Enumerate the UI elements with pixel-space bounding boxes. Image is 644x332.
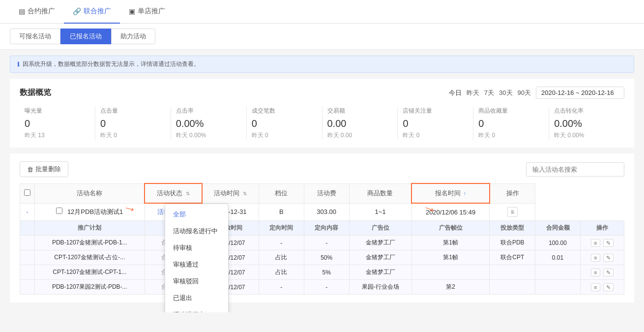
detail-icon-btn[interactable]: ≡ xyxy=(507,207,518,217)
row-checkbox[interactable] xyxy=(56,208,62,214)
activity-row: - 12月PDB活动测试1 活动进行中 2020-12-31 xyxy=(20,203,624,221)
delete-icon: 🗑 xyxy=(27,166,33,173)
dropdown-item-approved[interactable]: 审核通过 xyxy=(165,256,228,273)
date-btn-7day[interactable]: 7天 xyxy=(484,89,494,97)
tab-single[interactable]: ▣ 单店推广 xyxy=(120,0,174,24)
metric-value: 0 xyxy=(25,118,90,129)
status-dropdown: 全部 活动报名进行中 待审核 审核通过 审核驳回 已退出 活动进 xyxy=(165,204,229,312)
sub-tab-bar: 可报名活动 已报名活动 助力活动 xyxy=(0,24,644,50)
sub-row-edit-btn[interactable]: ✎ xyxy=(603,269,614,276)
sub-row: PDB-1207果园2测试-PDB-... 合约到期 2020/12/07 - xyxy=(20,280,624,295)
select-all-checkbox[interactable] xyxy=(24,189,30,196)
subtab-assist[interactable]: 助力活动 xyxy=(111,29,155,44)
tab-joint[interactable]: 🔗 联合推广 xyxy=(64,0,120,24)
metric-favorite: 商品收藏量 0 昨天 0 xyxy=(473,107,549,140)
sub-row: CPT-1207金猪测试-CPT-1... 合约到期 2020/12/07 占比 xyxy=(20,265,624,280)
metric-conversion: 点击转化率 0.00% 昨天 0.00% xyxy=(549,107,624,140)
date-range-input[interactable] xyxy=(536,87,624,99)
sub-row-detail-btn[interactable]: ≡ xyxy=(591,283,600,291)
dropdown-item-exited[interactable]: 已退出 xyxy=(165,290,228,306)
sub-row-edit-btn[interactable]: ✎ xyxy=(603,239,614,247)
sub-row: CPT-1207金猪测试-占位-... 合约到期 2020/12/07 占比 5 xyxy=(20,250,624,265)
batch-delete-button[interactable]: 🗑 批量删除 xyxy=(20,161,68,177)
metric-gmv: 交易额 0.00 昨天 0.00 xyxy=(322,107,398,140)
table-toolbar: 🗑 批量删除 xyxy=(20,161,624,177)
sort-icon-time: ⇅ xyxy=(243,191,247,196)
col-count: 商品数量 xyxy=(349,183,411,203)
col-fee: 活动费 xyxy=(304,183,349,203)
col-time[interactable]: 活动时间 ⇅ xyxy=(202,183,259,203)
sub-row-detail-btn[interactable]: ≡ xyxy=(591,269,600,276)
notice-bar: ℹ 因系统升级，数据概览部分数据暂无法显示，详情请通过活动查看。 xyxy=(10,56,634,73)
metric-compare: 昨天 13 xyxy=(25,131,90,140)
overview-section: 数据概览 今日 昨天 7天 30天 90天 曝光量 0 昨天 13 点击量 0 … xyxy=(10,79,634,148)
sub-row: PDB-1207金猪测试-PDB-1... 合约到期 2020/12/07 - xyxy=(20,236,624,250)
metric-exposure: 曝光量 0 昨天 13 xyxy=(20,107,95,140)
col-signup-time[interactable]: 报名时间 ↑ xyxy=(411,183,490,203)
metric-follow: 店铺关注量 0 昨天 0 xyxy=(398,107,473,140)
metrics-row: 曝光量 0 昨天 13 点击量 0 昨天 0 点击率 0.00% 昨天 0.00… xyxy=(20,107,624,140)
expand-btn[interactable]: - xyxy=(27,209,29,215)
sub-row-edit-btn[interactable]: ✎ xyxy=(603,254,614,262)
date-btn-today[interactable]: 今日 xyxy=(449,89,462,97)
sub-row-detail-btn[interactable]: ≡ xyxy=(591,254,600,262)
search-input[interactable] xyxy=(526,162,624,177)
activity-table: 活动名称 活动状态 ⇅ 活动时间 ⇅ 档位 xyxy=(20,183,624,295)
dropdown-item-ongoing[interactable]: 活动进行中 xyxy=(165,306,228,312)
sort-icon-status: ⇅ xyxy=(186,191,190,196)
metric-orders: 成交笔数 0 昨天 0 xyxy=(247,107,322,140)
sort-icon-signup: ↑ xyxy=(464,191,466,196)
table-section: 🗑 批量删除 活动名称 活动状态 xyxy=(10,153,634,302)
dropdown-item-pending[interactable]: 待审核 xyxy=(165,240,228,256)
dropdown-item-all[interactable]: 全部 xyxy=(165,206,228,223)
col-checkbox xyxy=(20,183,35,203)
metric-clicks: 点击量 0 昨天 0 xyxy=(95,107,171,140)
top-tab-bar: ▤ 合约推广 🔗 联合推广 ▣ 单店推广 xyxy=(0,0,644,24)
dropdown-item-rejected[interactable]: 审核驳回 xyxy=(165,273,228,290)
metric-ctr: 点击率 0.00% 昨天 0.00% xyxy=(171,107,247,140)
tab-contract[interactable]: ▤ 合约推广 xyxy=(10,0,64,24)
sub-header-row: 推广计划 状态 ↕ 投放时间 定向时间 定向内容 xyxy=(20,221,624,236)
col-status[interactable]: 活动状态 ⇅ xyxy=(145,183,202,203)
date-btn-yesterday[interactable]: 昨天 xyxy=(467,89,479,97)
col-action: 操作 xyxy=(490,183,535,203)
sub-row-edit-btn[interactable]: ✎ xyxy=(603,283,614,291)
date-btn-90day[interactable]: 90天 xyxy=(518,89,531,97)
subtab-enrolled[interactable]: 已报名活动 xyxy=(60,29,111,44)
col-gear: 档位 xyxy=(259,183,304,203)
date-btn-30day[interactable]: 30天 xyxy=(499,89,512,97)
dropdown-item-enrolling[interactable]: 活动报名进行中 xyxy=(165,223,228,240)
metric-label: 曝光量 xyxy=(25,107,90,115)
overview-title: 数据概览 xyxy=(20,88,51,98)
sub-row-detail-btn[interactable]: ≡ xyxy=(591,239,600,247)
subtab-available[interactable]: 可报名活动 xyxy=(10,29,60,44)
info-icon: ℹ xyxy=(17,61,20,68)
